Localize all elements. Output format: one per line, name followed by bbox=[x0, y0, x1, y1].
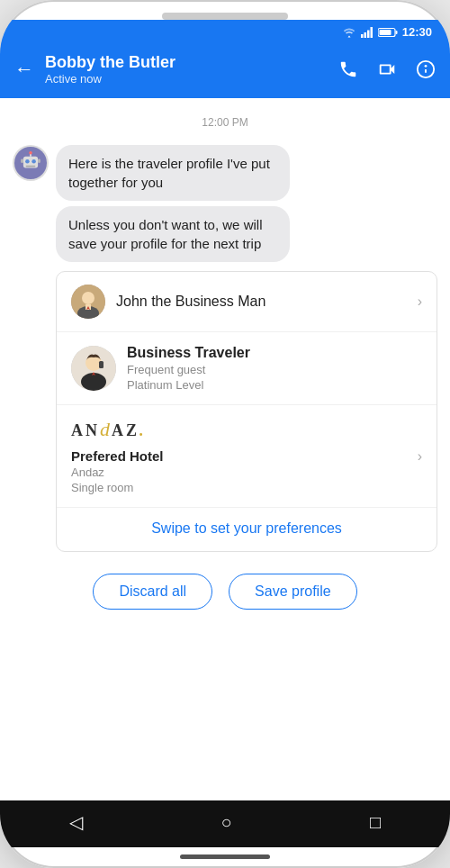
chat-header: ← Bobby the Butler Active now bbox=[0, 44, 450, 98]
call-icon[interactable] bbox=[338, 59, 358, 79]
svg-rect-1 bbox=[364, 32, 366, 38]
traveler-avatar-img bbox=[71, 346, 116, 391]
svg-point-13 bbox=[32, 159, 36, 164]
battery-icon bbox=[378, 27, 398, 38]
svg-point-25 bbox=[81, 373, 106, 391]
hotel-name: Andaz bbox=[71, 466, 422, 479]
contact-status: Active now bbox=[45, 72, 328, 86]
svg-rect-28 bbox=[99, 361, 104, 368]
svg-rect-5 bbox=[395, 31, 397, 34]
phone-frame: 12:30 ← Bobby the Butler Active now bbox=[0, 0, 450, 868]
svg-rect-3 bbox=[370, 27, 373, 38]
svg-rect-17 bbox=[21, 159, 23, 164]
signal-icon bbox=[361, 27, 374, 38]
profile-chevron: › bbox=[418, 294, 422, 310]
andaz-logo: ANdAZ. bbox=[71, 418, 422, 441]
svg-rect-0 bbox=[361, 34, 364, 38]
bot-messages: Here is the traveler profile I've put to… bbox=[56, 145, 437, 262]
status-bar: 12:30 bbox=[0, 20, 450, 44]
profile-card: John the Business Man › bbox=[56, 271, 437, 552]
profile-avatar bbox=[71, 285, 105, 319]
hotel-chevron: › bbox=[418, 448, 422, 465]
svg-rect-6 bbox=[379, 30, 391, 35]
traveler-sub2: Platinum Level bbox=[127, 378, 250, 392]
traveler-info: Business Traveler Frequent guest Platinu… bbox=[127, 345, 250, 392]
profile-avatar-img bbox=[71, 285, 105, 319]
bot-bubble-2: Unless you don't want to, we will save y… bbox=[56, 206, 290, 262]
svg-point-20 bbox=[82, 292, 94, 304]
back-button[interactable]: ← bbox=[14, 58, 34, 81]
traveler-type: Business Traveler bbox=[127, 345, 250, 361]
chat-area: 12:00 PM bbox=[0, 98, 450, 800]
discard-button[interactable]: Discard all bbox=[93, 574, 212, 610]
nav-home-icon[interactable]: ○ bbox=[220, 812, 231, 833]
svg-point-12 bbox=[25, 159, 30, 164]
nav-back-icon[interactable]: ◁ bbox=[69, 811, 83, 833]
top-notch bbox=[162, 13, 288, 20]
header-contact-info: Bobby the Butler Active now bbox=[45, 53, 328, 86]
robot-icon bbox=[14, 147, 47, 179]
wifi-icon bbox=[342, 27, 356, 38]
swipe-label[interactable]: Swipe to set your preferences bbox=[151, 520, 342, 536]
nav-bar: ◁ ○ □ bbox=[0, 800, 450, 847]
hotel-room-type: Single room bbox=[71, 481, 422, 494]
profile-name-row[interactable]: John the Business Man › bbox=[57, 272, 436, 332]
contact-name: Bobby the Butler bbox=[45, 53, 328, 72]
bottom-notch bbox=[180, 854, 270, 859]
save-profile-button[interactable]: Save profile bbox=[229, 574, 357, 610]
traveler-avatar bbox=[71, 346, 116, 391]
hotel-section[interactable]: ANdAZ. Prefered Hotel Andaz Single room … bbox=[57, 405, 436, 507]
hotel-label: Prefered Hotel bbox=[71, 448, 422, 464]
swipe-row[interactable]: Swipe to set your preferences bbox=[57, 507, 436, 551]
svg-point-16 bbox=[29, 151, 32, 155]
action-buttons-row: Discard all Save profile bbox=[13, 561, 437, 626]
bot-avatar bbox=[13, 145, 49, 181]
bot-message-row-1: Here is the traveler profile I've put to… bbox=[13, 145, 437, 262]
svg-rect-14 bbox=[26, 166, 36, 167]
traveler-sub1: Frequent guest bbox=[127, 363, 250, 376]
svg-rect-2 bbox=[367, 30, 370, 38]
svg-rect-18 bbox=[38, 159, 40, 164]
message-timestamp: 12:00 PM bbox=[13, 116, 437, 129]
profile-name-label: John the Business Man bbox=[116, 294, 407, 310]
info-icon[interactable] bbox=[416, 59, 436, 79]
bot-bubble-1: Here is the traveler profile I've put to… bbox=[56, 145, 290, 201]
clock: 12:30 bbox=[402, 25, 432, 39]
nav-recent-icon[interactable]: □ bbox=[370, 812, 381, 833]
traveler-row: Business Traveler Frequent guest Platinu… bbox=[57, 332, 436, 405]
header-action-icons bbox=[338, 59, 436, 79]
video-icon[interactable] bbox=[376, 59, 398, 79]
